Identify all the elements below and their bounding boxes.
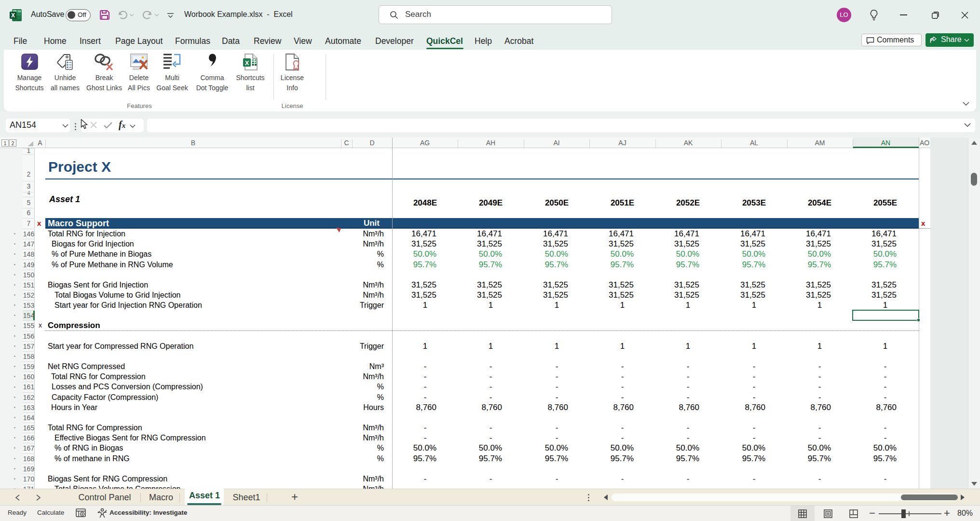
svg-text:X: X	[11, 12, 15, 19]
svg-text:X: X	[245, 59, 249, 67]
